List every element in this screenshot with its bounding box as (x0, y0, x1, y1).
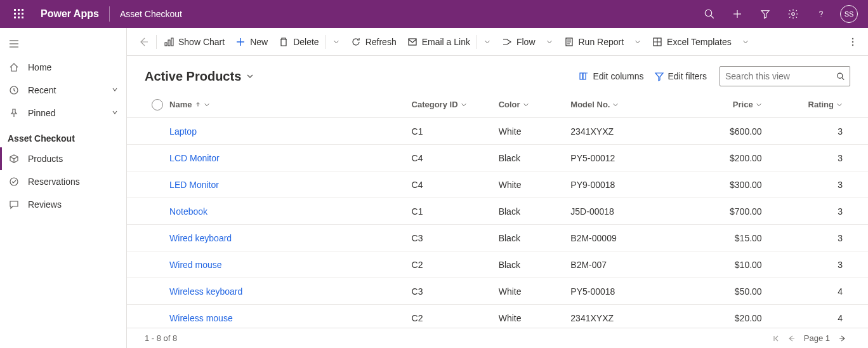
cell-category: C1 (412, 206, 499, 217)
svg-point-14 (820, 17, 821, 17)
refresh-button[interactable]: Refresh (345, 30, 402, 53)
first-page-icon (772, 335, 780, 342)
nav-recent[interactable]: Recent (0, 79, 126, 102)
nav-home[interactable]: Home (0, 56, 126, 79)
search-icon (704, 8, 715, 20)
svg-rect-25 (409, 39, 416, 45)
excel-templates-button[interactable]: Excel Templates (647, 30, 737, 53)
view-selector[interactable]: Active Products (145, 69, 254, 84)
flow-button[interactable]: Flow (496, 30, 541, 53)
sidebar-item-label: Reservations (28, 177, 80, 187)
col-header-model[interactable]: Model No. (570, 100, 681, 109)
brand-separator (109, 6, 110, 22)
overflow-button[interactable] (843, 30, 863, 53)
app-launcher-button[interactable] (5, 0, 33, 28)
record-link[interactable]: LCD Monitor (169, 153, 220, 163)
help-button[interactable] (807, 0, 835, 28)
chevron-down-icon (836, 102, 843, 108)
record-link[interactable]: Notebook (169, 206, 207, 217)
search-view-box[interactable] (720, 66, 850, 86)
cell-price: $600.00 (688, 126, 769, 137)
add-button[interactable] (723, 0, 751, 28)
run-report-button[interactable]: Run Report (558, 30, 629, 53)
table-row[interactable]: NotebookC1BlackJ5D-00018$700.003 (127, 198, 868, 225)
table-row[interactable]: LaptopC1White2341XYXZ$600.003 (127, 118, 868, 145)
excel-dropdown[interactable] (737, 30, 754, 53)
flow-dropdown[interactable] (541, 30, 558, 53)
record-link[interactable]: Wireless keyboard (169, 286, 242, 297)
col-header-rating[interactable]: Rating (770, 100, 843, 109)
arrow-up-icon (195, 102, 201, 108)
chat-icon (8, 198, 20, 211)
col-header-price[interactable]: Price (688, 100, 761, 109)
edit-filters-button[interactable]: Edit filters (649, 67, 712, 85)
table-row[interactable]: Wireless mouseC2White2341XYXZ$20.004 (127, 305, 868, 328)
arrow-left-icon (138, 37, 148, 47)
svg-rect-7 (18, 17, 20, 18)
delete-button[interactable]: Delete (273, 30, 324, 53)
new-button[interactable]: New (230, 30, 273, 53)
svg-point-35 (852, 44, 853, 45)
email-link-button[interactable]: Email a Link (402, 30, 475, 53)
record-link[interactable]: Wired mouse (169, 260, 221, 270)
col-header-name[interactable]: Name (169, 100, 404, 109)
chevron-down-icon (111, 108, 119, 118)
filter-button[interactable] (751, 0, 779, 28)
sidebar-toggle-button[interactable] (0, 32, 28, 56)
sidebar-item-products[interactable]: Products (0, 147, 126, 170)
run-report-dropdown[interactable] (629, 30, 647, 53)
cell-category: C4 (412, 153, 499, 163)
cell-price: $50.00 (688, 286, 769, 297)
first-page-button[interactable] (768, 331, 784, 346)
svg-point-33 (852, 37, 853, 39)
svg-rect-20 (165, 43, 167, 46)
sidebar-item-reviews[interactable]: Reviews (0, 193, 126, 216)
chevron-down-icon (635, 39, 641, 45)
select-all-checkbox[interactable] (152, 99, 163, 110)
svg-rect-0 (14, 9, 16, 11)
view-title-label: Active Products (145, 69, 241, 84)
search-input[interactable] (725, 71, 836, 81)
svg-rect-36 (580, 73, 582, 79)
next-page-button[interactable] (835, 331, 850, 346)
cell-color: Black (499, 153, 571, 163)
cell-rating: 3 (770, 206, 850, 217)
search-button[interactable] (695, 0, 723, 28)
report-icon (563, 36, 575, 48)
settings-button[interactable] (779, 0, 807, 28)
sidebar: Home Recent Pinned Asset Checkout Produc… (0, 28, 127, 348)
back-button[interactable] (132, 30, 155, 53)
sidebar-item-reservations[interactable]: Reservations (0, 170, 126, 193)
show-chart-button[interactable]: Show Chart (158, 30, 230, 53)
svg-line-10 (711, 15, 714, 18)
nav-pinned[interactable]: Pinned (0, 102, 126, 124)
pin-icon (8, 107, 20, 119)
col-header-color[interactable]: Color (499, 100, 563, 109)
cell-price: $15.00 (688, 233, 769, 243)
svg-rect-2 (22, 9, 23, 11)
delete-dropdown[interactable] (327, 30, 345, 53)
record-link[interactable]: Wired keyboard (169, 233, 232, 243)
funnel-icon (760, 8, 771, 20)
table-row[interactable]: Wireless keyboardC3WhitePY5-00018$50.004 (127, 278, 868, 305)
cell-color: Black (499, 260, 571, 270)
record-link[interactable]: Laptop (169, 126, 197, 137)
table-row[interactable]: Wired keyboardC3BlackB2M-00009$15.003 (127, 225, 868, 251)
prev-page-button[interactable] (784, 331, 799, 346)
user-avatar[interactable]: SS (840, 5, 858, 23)
table-row[interactable]: LCD MonitorC4BlackPY5-00012$200.003 (127, 145, 868, 171)
svg-rect-4 (18, 13, 20, 15)
record-link[interactable]: LED Monitor (169, 180, 219, 190)
app-name-label[interactable]: Asset Checkout (112, 9, 190, 19)
nav-recent-label: Recent (28, 85, 56, 95)
col-header-category[interactable]: Category ID (412, 100, 491, 109)
email-dropdown[interactable] (478, 30, 496, 53)
record-link[interactable]: Wireless mouse (169, 313, 233, 323)
table-row[interactable]: LED MonitorC4WhitePY9-00018$300.003 (127, 171, 868, 198)
excel-icon (652, 36, 663, 48)
grid-header-row: Name Category ID Color Model No. Price R… (127, 91, 868, 118)
chevron-down-icon (461, 102, 467, 108)
table-row[interactable]: Wired mouseC2BlackB2M-007$10.003 (127, 251, 868, 278)
edit-columns-button[interactable]: Edit columns (574, 67, 648, 85)
brand-label[interactable]: Power Apps (33, 8, 107, 20)
